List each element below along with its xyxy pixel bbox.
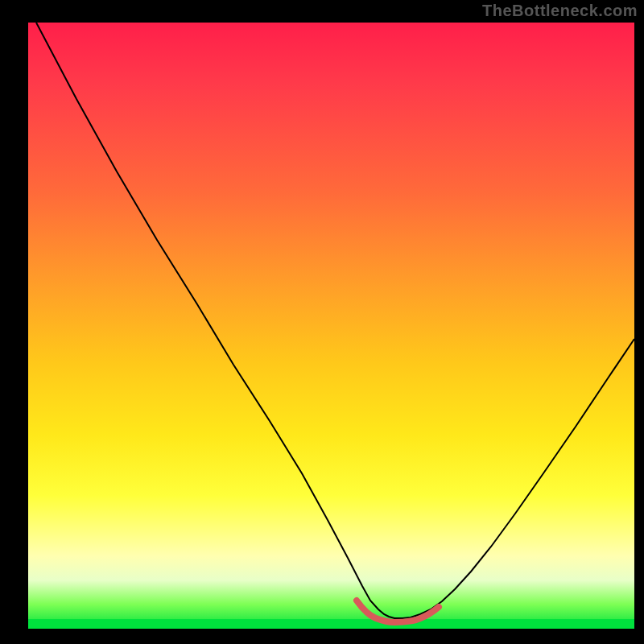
curve-path	[36, 23, 634, 618]
plot-area	[28, 23, 634, 629]
chart-frame: TheBottleneck.com	[0, 0, 644, 644]
bottleneck-curve	[28, 23, 634, 629]
attribution-label: TheBottleneck.com	[482, 2, 638, 20]
